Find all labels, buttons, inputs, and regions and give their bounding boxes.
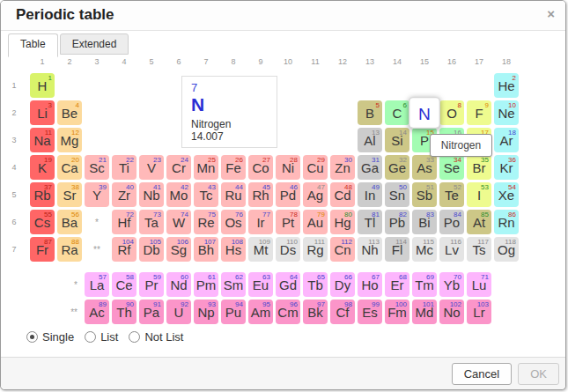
element-cell-Sn[interactable]: 50Sn — [385, 182, 409, 207]
element-cell-Br[interactable]: 35Br — [467, 155, 491, 180]
element-cell-Ta[interactable]: 73Ta — [139, 210, 164, 234]
element-cell-Li[interactable]: 3Li — [30, 100, 55, 125]
element-cell-I[interactable]: 53I — [467, 182, 491, 207]
tab-table[interactable]: Table — [8, 33, 58, 57]
element-cell-Y[interactable]: 39Y — [85, 182, 109, 207]
element-cell-Hs[interactable]: 108Hs — [221, 237, 246, 262]
radio-single[interactable] — [26, 331, 38, 343]
element-cell-Pa[interactable]: 91Pa — [139, 300, 164, 324]
element-cell-Db[interactable]: 105Db — [139, 237, 164, 262]
element-cell-Bk[interactable]: 97Bk — [303, 300, 328, 324]
element-cell-Sg[interactable]: 106Sg — [166, 237, 191, 262]
element-cell-Tl[interactable]: 81Tl — [358, 210, 382, 234]
element-cell-Mt[interactable]: 109Mt — [248, 237, 273, 262]
element-cell-Mn[interactable]: 25Mn — [194, 155, 218, 180]
element-cell-F[interactable]: 9F — [467, 100, 491, 125]
element-cell-Sc[interactable]: 21Sc — [85, 155, 109, 180]
element-cell-Ne[interactable]: 10Ne — [494, 100, 519, 125]
element-cell-Mg[interactable]: 12Mg — [57, 128, 82, 152]
element-cell-Sb[interactable]: 51Sb — [412, 182, 437, 207]
element-cell-Ga[interactable]: 31Ga — [358, 155, 382, 180]
element-cell-Ts[interactable]: 117Ts — [467, 237, 491, 262]
element-cell-Os[interactable]: 76Os — [221, 210, 246, 234]
element-cell-Rh[interactable]: 45Rh — [248, 182, 273, 207]
element-cell-Bh[interactable]: 107Bh — [194, 237, 218, 262]
element-cell-C[interactable]: 6C — [385, 100, 409, 125]
element-cell-Ti[interactable]: 22Ti — [112, 155, 136, 180]
element-cell-Mc[interactable]: 115Mc — [412, 237, 437, 262]
element-cell-Ho[interactable]: 67Ho — [358, 272, 382, 297]
element-cell-B[interactable]: 5B — [358, 100, 382, 125]
element-cell-Lu[interactable]: 71Lu — [467, 272, 491, 297]
element-cell-Mo[interactable]: 42Mo — [166, 182, 191, 207]
ok-button[interactable]: OK — [518, 363, 559, 385]
element-cell-Tm[interactable]: 69Tm — [412, 272, 437, 297]
element-cell-Be[interactable]: 4Be — [57, 100, 82, 125]
element-cell-Cr[interactable]: 24Cr — [166, 155, 191, 180]
element-cell-K[interactable]: 19K — [30, 155, 55, 180]
element-cell-Rg[interactable]: 111Rg — [303, 237, 328, 262]
element-cell-Cs[interactable]: 55Cs — [30, 210, 55, 234]
element-cell-Ru[interactable]: 44Ru — [221, 182, 246, 207]
element-cell-Po[interactable]: 84Po — [439, 210, 464, 234]
element-cell-Cu[interactable]: 29Cu — [303, 155, 328, 180]
element-cell-Se[interactable]: 34Se — [439, 155, 464, 180]
element-cell-Am[interactable]: 95Am — [248, 300, 273, 324]
element-cell-Ag[interactable]: 47Ag — [303, 182, 328, 207]
element-cell-Ge[interactable]: 32Ge — [385, 155, 409, 180]
element-cell-Fe[interactable]: 26Fe — [221, 155, 246, 180]
element-cell-Si[interactable]: 14Si — [385, 128, 409, 152]
element-cell-Yb[interactable]: 70Yb — [439, 272, 464, 297]
element-cell-No[interactable]: 102No — [439, 300, 464, 324]
element-cell-La[interactable]: 57La — [85, 272, 109, 297]
element-cell-N[interactable]: N — [409, 97, 440, 129]
element-cell-Pu[interactable]: 94Pu — [221, 300, 246, 324]
element-cell-Er[interactable]: 68Er — [385, 272, 409, 297]
element-cell-Fm[interactable]: 100Fm — [385, 300, 409, 324]
element-cell-Co[interactable]: 27Co — [248, 155, 273, 180]
element-cell-Lv[interactable]: 116Lv — [439, 237, 464, 262]
element-cell-Na[interactable]: 11Na — [30, 128, 55, 152]
element-cell-Cf[interactable]: 98Cf — [330, 300, 355, 324]
element-cell-Np[interactable]: 93Np — [194, 300, 218, 324]
tab-extended[interactable]: Extended — [60, 33, 129, 55]
element-cell-Zr[interactable]: 40Zr — [112, 182, 136, 207]
element-cell-Bi[interactable]: 83Bi — [412, 210, 437, 234]
element-cell-Ca[interactable]: 20Ca — [57, 155, 82, 180]
element-cell-As[interactable]: 33As — [412, 155, 437, 180]
element-cell-Og[interactable]: 118Og — [494, 237, 519, 262]
element-cell-Pt[interactable]: 78Pt — [276, 210, 300, 234]
element-cell-He[interactable]: 2He — [494, 73, 519, 98]
element-cell-Pm[interactable]: 61Pm — [194, 272, 218, 297]
element-cell-V[interactable]: 23V — [139, 155, 164, 180]
element-cell-Ir[interactable]: 77Ir — [248, 210, 273, 234]
element-cell-H[interactable]: 1H — [30, 73, 55, 98]
element-cell-Zn[interactable]: 30Zn — [330, 155, 355, 180]
element-cell-Al[interactable]: 13Al — [358, 128, 382, 152]
element-cell-W[interactable]: 74W — [166, 210, 191, 234]
element-cell-Tb[interactable]: 65Tb — [303, 272, 328, 297]
element-cell-Te[interactable]: 52Te — [439, 182, 464, 207]
element-cell-Ce[interactable]: 58Ce — [112, 272, 136, 297]
element-cell-Th[interactable]: 90Th — [112, 300, 136, 324]
element-cell-Fl[interactable]: 114Fl — [385, 237, 409, 262]
element-cell-Sm[interactable]: 62Sm — [221, 272, 246, 297]
element-cell-Es[interactable]: 99Es — [358, 300, 382, 324]
element-cell-Ac[interactable]: 89Ac — [85, 300, 109, 324]
element-cell-Re[interactable]: 75Re — [194, 210, 218, 234]
cancel-button[interactable]: Cancel — [452, 363, 512, 385]
element-cell-Ra[interactable]: 88Ra — [57, 237, 82, 262]
element-cell-Rf[interactable]: 104Rf — [112, 237, 136, 262]
element-cell-Kr[interactable]: 36Kr — [494, 155, 519, 180]
element-cell-Nh[interactable]: 113Nh — [358, 237, 382, 262]
element-cell-Ba[interactable]: 56Ba — [57, 210, 82, 234]
element-cell-Md[interactable]: 101Md — [412, 300, 437, 324]
element-cell-Cm[interactable]: 96Cm — [276, 300, 300, 324]
element-cell-Cn[interactable]: 112Cn — [330, 237, 355, 262]
element-cell-Rn[interactable]: 86Rn — [494, 210, 519, 234]
element-cell-Lr[interactable]: 103Lr — [467, 300, 491, 324]
element-cell-Au[interactable]: 79Au — [303, 210, 328, 234]
element-cell-Fr[interactable]: 87Fr — [30, 237, 55, 262]
element-cell-Nd[interactable]: 60Nd — [166, 272, 191, 297]
radio-single-label[interactable]: Single — [42, 330, 74, 344]
